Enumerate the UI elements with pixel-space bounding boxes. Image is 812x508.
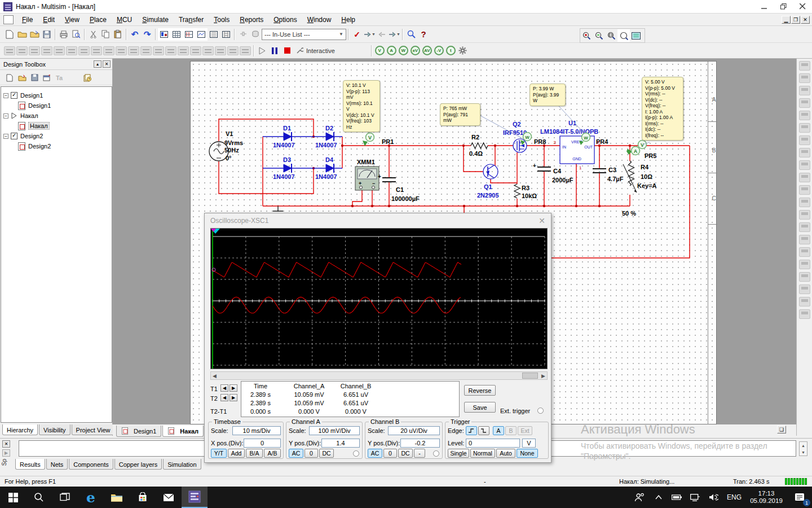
r3-resistor[interactable]: R3 10kΩ <box>514 184 537 199</box>
probe-av-icon[interactable]: AV <box>422 46 432 55</box>
tree-node-design1[interactable]: − Design1 <box>1 90 112 100</box>
channel-b-ypos-field[interactable]: -0.2 <box>400 439 440 448</box>
trigger-b-button[interactable]: B <box>505 426 517 435</box>
xmm1-multimeter[interactable]: + − XMM1 <box>355 159 379 190</box>
tab-components[interactable]: Components <box>69 459 113 470</box>
r2-resistor[interactable]: R2 0.4Ω <box>469 134 488 157</box>
trigger-a-button[interactable]: A <box>493 426 504 435</box>
sheet-window-icon[interactable]: ❏ <box>777 426 786 433</box>
channel-a-ypos-field[interactable]: 1.4 <box>321 439 360 448</box>
search-icon[interactable] <box>26 487 52 508</box>
oscilloscope-hscrollbar[interactable]: ◀ ▶ <box>210 371 548 380</box>
network-icon[interactable] <box>686 487 704 508</box>
bode-plotter-icon[interactable] <box>799 123 810 133</box>
channel-b-scale-field[interactable]: 20 uV/Div <box>388 426 440 435</box>
menu-options[interactable]: Options <box>268 15 302 25</box>
transistor-junction-icon[interactable] <box>41 45 53 57</box>
c1-capacitor[interactable]: + C1 100000µF <box>378 173 420 202</box>
add-button[interactable]: Add <box>228 449 245 458</box>
spreadsheet-close-icon[interactable]: ✕ <box>2 440 10 448</box>
toolbox-open-icon[interactable] <box>16 72 28 84</box>
open-file-icon[interactable] <box>16 28 28 41</box>
volume-icon[interactable] <box>704 487 723 508</box>
ba-button[interactable]: B/A <box>246 449 263 458</box>
transfer-ultiboard-icon[interactable]: ▼ <box>363 28 376 41</box>
new-file-icon[interactable] <box>3 28 16 41</box>
mail-icon[interactable] <box>156 487 182 508</box>
c4-capacitor[interactable]: + C4 2000µF <box>533 163 573 183</box>
menu-mcu[interactable]: MCU <box>112 15 137 25</box>
tree-node-design1-sheet[interactable]: Design1 <box>1 100 112 111</box>
transistor-icon[interactable] <box>53 45 65 57</box>
diode-bridge[interactable]: D1 D2 1N4007 1N4007 D3 D4 1N4007 1N4007 <box>263 125 342 180</box>
oscilloscope-icon[interactable] <box>799 98 810 108</box>
menu-file[interactable]: File <box>17 15 38 25</box>
ttl-icon[interactable] <box>78 45 90 57</box>
mdi-close-icon[interactable]: ✕ <box>801 16 810 24</box>
menu-reports[interactable]: Reports <box>235 15 268 25</box>
probe--v-icon[interactable]: -V <box>434 46 444 55</box>
logic-converter-icon[interactable] <box>799 160 810 170</box>
cut-icon[interactable] <box>87 28 99 41</box>
clock[interactable]: 17:13 05.09.2019 <box>745 490 787 505</box>
four-channel-oscilloscope-icon[interactable] <box>799 111 810 120</box>
multimeter-icon[interactable] <box>799 61 810 71</box>
trigger-ext-button[interactable]: Ext <box>518 426 532 435</box>
tab-copper-layers[interactable]: Copper layers <box>114 459 162 470</box>
edge-icon[interactable]: e <box>78 487 104 508</box>
help-icon[interactable]: ? <box>417 28 430 41</box>
restore-icon[interactable] <box>774 1 793 12</box>
zoom-out-icon[interactable] <box>593 29 605 42</box>
channel-b-ac-button[interactable]: AC <box>368 449 382 458</box>
scroll-thumb[interactable] <box>522 373 538 379</box>
u1-regulator[interactable]: VREG IN OUT GND 3 2 1 U1 LM1084IT-5.0/NO… <box>540 120 599 170</box>
channel-b-0-button[interactable]: 0 <box>383 449 397 458</box>
spectrum-analyzer-icon[interactable] <box>799 210 810 220</box>
spreadsheet-expand-icon[interactable]: ▶ <box>2 449 10 457</box>
probe-annotation-u1[interactable]: P: 3.99 WP(avg): 3.99 W <box>529 84 566 106</box>
current-clamp-icon[interactable] <box>799 309 810 319</box>
channel-a-0-button[interactable]: 0 <box>304 449 318 458</box>
digital-misc-icon[interactable] <box>103 45 115 57</box>
minimize-icon[interactable] <box>754 1 774 12</box>
rf-icon[interactable] <box>165 45 177 57</box>
place-part-icon[interactable] <box>237 28 249 41</box>
people-icon[interactable] <box>629 487 650 508</box>
channel-a-dc-button[interactable]: DC <box>319 449 334 458</box>
toolbox-properties-icon[interactable] <box>41 72 53 84</box>
measurement-probe-icon[interactable] <box>799 284 810 294</box>
agilent-function-generator-icon[interactable] <box>799 235 810 244</box>
battery-icon[interactable] <box>668 487 686 508</box>
tektronix-oscilloscope-icon[interactable] <box>799 272 810 282</box>
word-generator-icon[interactable] <box>799 148 810 157</box>
trigger-single-button[interactable]: Single <box>448 449 469 458</box>
probe-a-icon[interactable]: A <box>387 46 396 55</box>
hierarchical-block-icon[interactable] <box>227 45 239 57</box>
language-indicator[interactable]: ENG <box>723 487 745 508</box>
toggle-ladder-icon[interactable] <box>220 28 232 41</box>
stop-simulation-icon[interactable] <box>281 45 293 57</box>
toggle-database-icon[interactable] <box>183 28 195 41</box>
zoom-in-icon[interactable] <box>580 29 593 42</box>
scroll-right-icon[interactable]: ▶ <box>541 373 545 379</box>
tab-hierarchy[interactable]: Hierarchy <box>2 424 38 435</box>
cmos-icon[interactable] <box>90 45 103 57</box>
print-preview-icon[interactable] <box>70 28 82 41</box>
toolbox-save-icon[interactable] <box>28 72 41 84</box>
menu-place[interactable]: Place <box>85 15 112 25</box>
close-icon[interactable] <box>793 1 812 12</box>
task-view-icon[interactable] <box>52 487 78 508</box>
scroll-left-icon[interactable]: ◀ <box>213 373 217 379</box>
probe-annotation-output[interactable]: V: 5.00 VV(p-p): 5.00 V V(rms): --V(dc):… <box>642 77 683 141</box>
database-manager-icon[interactable] <box>249 28 262 41</box>
erc-check-icon[interactable]: ✓ <box>351 28 363 41</box>
v1-source[interactable]: V1 9Vrms 50Hz 0° <box>209 130 243 161</box>
oscilloscope-close-icon[interactable]: ✕ <box>539 216 545 225</box>
trigger-none-button[interactable]: None <box>517 449 538 458</box>
t1-left-icon[interactable]: ◀ <box>220 384 228 392</box>
ground-icon[interactable] <box>3 45 16 57</box>
toolbox-history-icon[interactable] <box>81 72 94 84</box>
source-icon[interactable] <box>16 45 28 57</box>
zoom-area-icon[interactable] <box>605 29 617 42</box>
find-icon[interactable] <box>405 28 417 41</box>
